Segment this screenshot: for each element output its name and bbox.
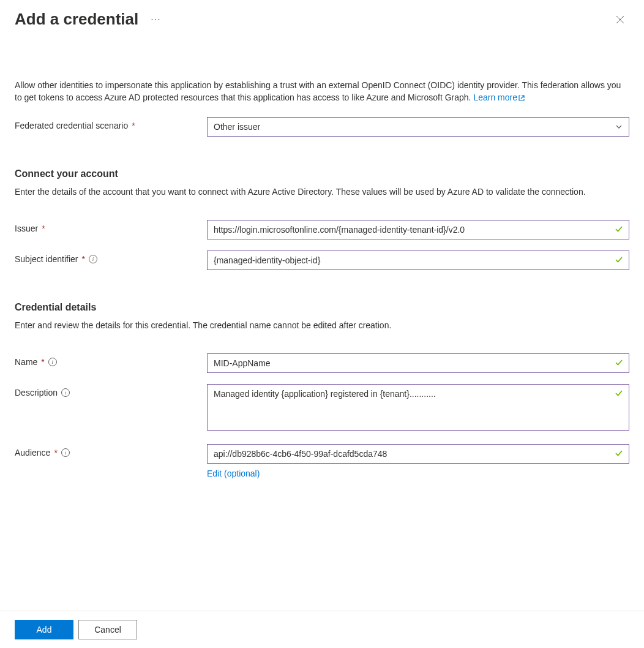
check-icon bbox=[615, 225, 623, 233]
check-icon bbox=[615, 255, 623, 264]
audience-row: Audience * i Edit (optional) bbox=[15, 444, 629, 478]
connect-section-title: Connect your account bbox=[15, 168, 629, 179]
audience-edit-link[interactable]: Edit (optional) bbox=[207, 469, 629, 478]
audience-input[interactable] bbox=[207, 444, 629, 464]
description-field bbox=[207, 384, 629, 433]
info-icon[interactable]: i bbox=[61, 448, 70, 457]
info-icon[interactable]: i bbox=[61, 388, 70, 397]
name-row: Name * i bbox=[15, 353, 629, 373]
chevron-down-icon bbox=[615, 123, 623, 130]
issuer-field bbox=[207, 220, 629, 239]
subject-label: Subject identifier * i bbox=[15, 251, 207, 264]
external-link-icon bbox=[518, 94, 525, 102]
details-section-desc: Enter and review the details for this cr… bbox=[15, 319, 629, 331]
required-indicator: * bbox=[42, 224, 45, 233]
scenario-field: Other issuer bbox=[207, 117, 629, 137]
footer: Add Cancel bbox=[0, 611, 644, 648]
description-row: Description i bbox=[15, 384, 629, 433]
check-icon bbox=[615, 389, 623, 397]
intro-text: Allow other identities to impersonate th… bbox=[15, 79, 629, 104]
blade-header: Add a credential ··· bbox=[0, 0, 644, 29]
learn-more-link[interactable]: Learn more bbox=[473, 92, 525, 102]
info-icon[interactable]: i bbox=[89, 255, 97, 263]
title-row: Add a credential ··· bbox=[15, 10, 163, 29]
name-field bbox=[207, 353, 629, 373]
required-indicator: * bbox=[132, 121, 135, 130]
issuer-row: Issuer * bbox=[15, 220, 629, 239]
audience-field: Edit (optional) bbox=[207, 444, 629, 478]
more-icon[interactable]: ··· bbox=[148, 12, 163, 27]
required-indicator: * bbox=[54, 448, 57, 458]
description-input[interactable] bbox=[207, 384, 629, 431]
content: Allow other identities to impersonate th… bbox=[0, 79, 644, 478]
scenario-dropdown[interactable]: Other issuer bbox=[207, 117, 629, 137]
subject-input[interactable] bbox=[207, 251, 629, 270]
cancel-button[interactable]: Cancel bbox=[78, 620, 137, 639]
issuer-input[interactable] bbox=[207, 220, 629, 239]
connect-section-desc: Enter the details of the account that yo… bbox=[15, 186, 629, 198]
check-icon bbox=[615, 449, 623, 458]
page-title: Add a credential bbox=[15, 10, 138, 29]
info-icon[interactable]: i bbox=[48, 358, 57, 366]
issuer-label: Issuer * bbox=[15, 220, 207, 233]
description-label: Description i bbox=[15, 384, 207, 397]
check-icon bbox=[615, 358, 623, 367]
scenario-row: Federated credential scenario * Other is… bbox=[15, 117, 629, 137]
add-button[interactable]: Add bbox=[15, 620, 73, 639]
name-label: Name * i bbox=[15, 353, 207, 367]
close-icon[interactable] bbox=[611, 10, 629, 29]
scenario-value: Other issuer bbox=[214, 122, 260, 132]
details-section-title: Credential details bbox=[15, 302, 629, 313]
required-indicator: * bbox=[82, 254, 85, 264]
intro-body: Allow other identities to impersonate th… bbox=[15, 80, 621, 102]
subject-row: Subject identifier * i bbox=[15, 251, 629, 270]
scenario-label: Federated credential scenario * bbox=[15, 117, 207, 130]
name-input[interactable] bbox=[207, 353, 629, 373]
required-indicator: * bbox=[41, 357, 44, 367]
audience-label: Audience * i bbox=[15, 444, 207, 458]
subject-field bbox=[207, 251, 629, 270]
